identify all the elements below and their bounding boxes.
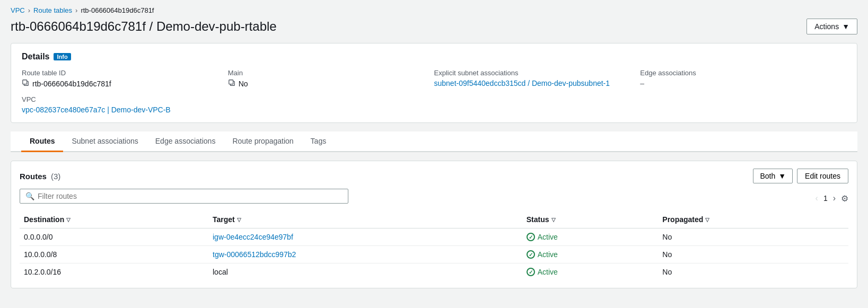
cell-destination: 10.2.0.0/16 <box>20 263 208 281</box>
explicit-subnet-section: Explicit subnet associations subnet-09f5… <box>434 69 641 114</box>
routes-table: Destination ▽ Target ▽ Status ▽ <box>20 211 848 280</box>
vpc-value: vpc-082637ce480e67a7c | Demo-dev-VPC-B <box>22 105 217 114</box>
page-title: rtb-0666064b19d6c781f / Demo-dev-pub-rta… <box>11 19 277 34</box>
copy-icon[interactable] <box>22 79 29 88</box>
routes-toolbar-right: Both ▼ Edit routes <box>753 169 848 183</box>
routes-panel: Routes (3) Both ▼ Edit routes 🔍 ‹ 1 › ⚙ <box>11 161 857 288</box>
check-circle-icon: ✓ <box>527 268 535 276</box>
vpc-link[interactable]: vpc-082637ce480e67a7c | Demo-dev-VPC-B <box>22 105 171 114</box>
vpc-detail-section: VPC vpc-082637ce480e67a7c | Demo-dev-VPC… <box>22 95 217 114</box>
edge-assoc-section: Edge associations – <box>640 69 846 114</box>
edit-routes-button[interactable]: Edit routes <box>797 169 848 183</box>
main-label: Main <box>228 69 424 77</box>
chevron-down-icon-both: ▼ <box>778 172 786 180</box>
cell-propagated: No <box>658 228 848 246</box>
cell-target: local <box>208 263 522 281</box>
svg-rect-3 <box>229 80 233 84</box>
route-table-id-section: Route table ID rtb-0666064b19d6c781f VPC… <box>22 69 228 114</box>
both-label: Both <box>760 172 775 180</box>
breadcrumb-route-tables[interactable]: Route tables <box>33 6 72 14</box>
target-link[interactable]: igw-0e4ecc24ce94e97bf <box>213 233 293 241</box>
check-circle-icon: ✓ <box>527 250 535 259</box>
prev-page-button[interactable]: ‹ <box>813 192 820 204</box>
tabs-bar: Routes Subnet associations Edge associat… <box>11 131 857 152</box>
breadcrumb-current: rtb-0666064b19d6c781f <box>81 6 154 14</box>
explicit-subnet-value: subnet-09f5440edccb315cd / Demo-dev-pubs… <box>434 79 630 87</box>
explicit-subnet-link[interactable]: subnet-09f5440edccb315cd / Demo-dev-pubs… <box>434 79 610 87</box>
cell-target: igw-0e4ecc24ce94e97bf <box>208 228 522 246</box>
search-input[interactable] <box>38 192 343 200</box>
search-icon: 🔍 <box>25 192 34 200</box>
cell-destination: 10.0.0.0/8 <box>20 246 208 263</box>
col-propagated: Propagated ▽ <box>658 211 848 228</box>
details-grid: Route table ID rtb-0666064b19d6c781f VPC… <box>22 69 846 114</box>
routes-title: Routes (3) <box>20 172 60 181</box>
breadcrumb-vpc[interactable]: VPC <box>11 6 25 14</box>
routes-toolbar: Routes (3) Both ▼ Edit routes <box>20 169 848 183</box>
page-number: 1 <box>823 194 828 203</box>
table-row: 0.0.0.0/0igw-0e4ecc24ce94e97bf✓ActiveNo <box>20 228 848 246</box>
cell-destination: 0.0.0.0/0 <box>20 228 208 246</box>
breadcrumb: VPC › Route tables › rtb-0666064b19d6c78… <box>11 6 857 14</box>
tab-edge-associations[interactable]: Edge associations <box>147 131 224 152</box>
tab-routes[interactable]: Routes <box>21 131 63 152</box>
details-card: Details Info Route table ID rtb-0666064b… <box>11 43 857 123</box>
check-circle-icon: ✓ <box>527 233 535 241</box>
search-bar: 🔍 <box>20 189 348 204</box>
route-table-id-value: rtb-0666064b19d6c781f <box>22 79 217 88</box>
target-link[interactable]: tgw-00066512bdcc997b2 <box>213 250 296 259</box>
edge-assoc-label: Edge associations <box>640 69 836 77</box>
status-active: ✓Active <box>527 250 654 259</box>
copy-icon-main[interactable] <box>228 79 235 88</box>
breadcrumb-sep-2: › <box>75 6 77 14</box>
actions-button-label: Actions <box>814 22 839 31</box>
explicit-subnet-label: Explicit subnet associations <box>434 69 630 77</box>
sort-icon-destination: ▽ <box>66 217 71 223</box>
tab-tags[interactable]: Tags <box>302 131 335 152</box>
cell-target: tgw-00066512bdcc997b2 <box>208 246 522 263</box>
cell-status: ✓Active <box>522 246 659 263</box>
both-button[interactable]: Both ▼ <box>753 169 793 183</box>
tab-subnet-associations[interactable]: Subnet associations <box>63 131 146 152</box>
table-row: 10.0.0.0/8tgw-00066512bdcc997b2✓ActiveNo <box>20 246 848 263</box>
next-page-button[interactable]: › <box>831 192 838 204</box>
status-active: ✓Active <box>527 268 654 276</box>
table-row: 10.2.0.0/16local✓ActiveNo <box>20 263 848 281</box>
edge-assoc-value: – <box>640 79 836 87</box>
tab-route-propagation[interactable]: Route propagation <box>224 131 302 152</box>
main-section: Main No <box>228 69 434 114</box>
route-table-id-label: Route table ID <box>22 69 217 77</box>
chevron-down-icon: ▼ <box>842 22 849 31</box>
main-value: No <box>228 79 424 88</box>
cell-status: ✓Active <box>522 228 659 246</box>
settings-icon[interactable]: ⚙ <box>841 193 848 204</box>
details-card-header: Details Info <box>22 52 846 61</box>
sort-icon-status: ▽ <box>551 217 556 223</box>
cell-propagated: No <box>658 263 848 281</box>
sort-icon-propagated: ▽ <box>705 217 709 223</box>
details-title: Details <box>22 52 49 61</box>
col-status: Status ▽ <box>522 211 659 228</box>
col-target: Target ▽ <box>208 211 522 228</box>
vpc-label: VPC <box>22 95 217 103</box>
cell-propagated: No <box>658 246 848 263</box>
info-badge[interactable]: Info <box>54 53 71 60</box>
table-header-row: Destination ▽ Target ▽ Status ▽ <box>20 211 848 228</box>
svg-rect-1 <box>23 80 27 84</box>
pagination: ‹ 1 › ⚙ <box>813 192 848 204</box>
breadcrumb-sep-1: › <box>28 6 30 14</box>
routes-search-row: 🔍 ‹ 1 › ⚙ <box>20 189 848 208</box>
actions-button[interactable]: Actions ▼ <box>806 19 857 34</box>
page-header: rtb-0666064b19d6c781f / Demo-dev-pub-rta… <box>11 19 857 34</box>
sort-icon-target: ▽ <box>237 217 241 223</box>
cell-status: ✓Active <box>522 263 659 281</box>
status-active: ✓Active <box>527 233 654 241</box>
col-destination: Destination ▽ <box>20 211 208 228</box>
